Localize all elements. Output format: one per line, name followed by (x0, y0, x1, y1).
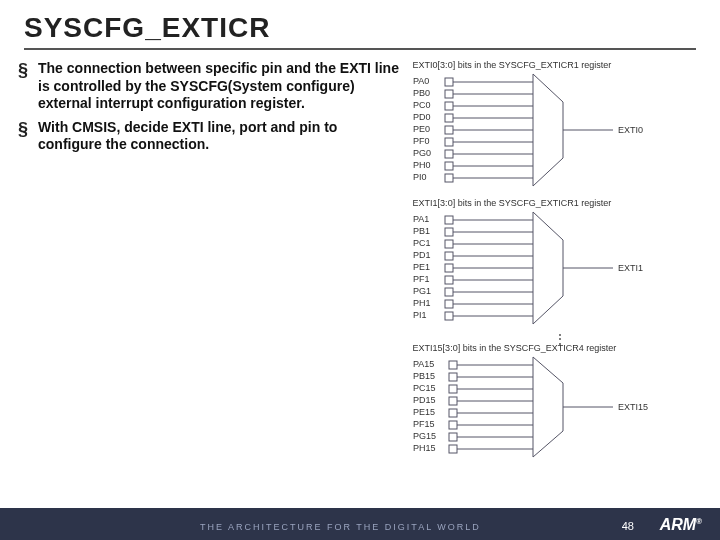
bullet-text: The connection between specific pin and … (38, 60, 405, 113)
bullet-icon: § (18, 119, 28, 154)
pin-label: PG15 (413, 431, 436, 441)
pin-label: PG1 (413, 286, 431, 296)
svg-rect-14 (445, 162, 453, 170)
mux-diagram-0: PA0 PB0 PC0 PD0 PE0 PF0 PG0 (413, 72, 673, 190)
diagram-block-0: EXTI0[3:0] bits in the SYSCFG_EXTICR1 re… (413, 60, 710, 190)
svg-rect-12 (445, 150, 453, 158)
left-column: § The connection between specific pin an… (18, 60, 413, 469)
svg-rect-34 (445, 300, 453, 308)
right-column: EXTI0[3:0] bits in the SYSCFG_EXTICR1 re… (413, 60, 710, 469)
svg-rect-42 (449, 373, 457, 381)
pin-label: PE15 (413, 407, 435, 417)
pin-label: PE1 (413, 262, 430, 272)
pin-label: PF1 (413, 274, 430, 284)
bullet-text: With CMSIS, decide EXTI line, port and p… (38, 119, 405, 154)
svg-rect-26 (445, 252, 453, 260)
pin-label: PI1 (413, 310, 427, 320)
svg-rect-4 (445, 102, 453, 110)
mux-diagram-2: PA15 PB15 PC15 PD15 PE15 PF15 PG15 (413, 355, 673, 461)
title-rule (24, 48, 696, 50)
pin-label: PD0 (413, 112, 431, 122)
mux-diagram-1: PA1 PB1 PC1 PD1 PE1 PF1 PG1 (413, 210, 673, 328)
output-label: EXTI1 (618, 263, 643, 273)
svg-rect-32 (445, 288, 453, 296)
output-label: EXTI15 (618, 402, 648, 412)
svg-marker-38 (533, 212, 563, 324)
page-number: 48 (622, 520, 634, 532)
pin-label: PA0 (413, 76, 429, 86)
bullet-item: § The connection between specific pin an… (18, 60, 405, 113)
svg-rect-46 (449, 397, 457, 405)
svg-rect-40 (449, 361, 457, 369)
page-title: SYSCFG_EXTICR (24, 12, 696, 44)
pin-label: PD1 (413, 250, 431, 260)
svg-rect-48 (449, 409, 457, 417)
svg-marker-56 (533, 357, 563, 457)
content-area: § The connection between specific pin an… (0, 54, 720, 469)
pin-label: PD15 (413, 395, 436, 405)
diagram-caption: EXTI15[3:0] bits in the SYSCFG_EXTICR4 r… (413, 343, 710, 353)
diagram-block-1: EXTI1[3:0] bits in the SYSCFG_EXTICR1 re… (413, 198, 710, 328)
pin-label: PA1 (413, 214, 429, 224)
pin-label: PC1 (413, 238, 431, 248)
pin-label: PB1 (413, 226, 430, 236)
bullet-list: § The connection between specific pin an… (18, 60, 405, 154)
pin-label: PA15 (413, 359, 434, 369)
svg-rect-44 (449, 385, 457, 393)
svg-rect-2 (445, 90, 453, 98)
pin-label: PF0 (413, 136, 430, 146)
svg-rect-24 (445, 240, 453, 248)
pin-label: PB0 (413, 88, 430, 98)
pin-label: PF15 (413, 419, 435, 429)
footer-tagline: THE ARCHITECTURE FOR THE DIGITAL WORLD (200, 522, 481, 532)
pin-label: PI0 (413, 172, 427, 182)
ellipsis-icon: ⋮ (413, 336, 710, 343)
pin-label: PH0 (413, 160, 431, 170)
pin-label: PE0 (413, 124, 430, 134)
pin-label: PB15 (413, 371, 435, 381)
pin-label: PH15 (413, 443, 436, 453)
pin-label: PH1 (413, 298, 431, 308)
svg-rect-50 (449, 421, 457, 429)
svg-rect-0 (445, 78, 453, 86)
footer: ARM University Program Copyright © ARM L… (0, 494, 720, 540)
diagram-caption: EXTI1[3:0] bits in the SYSCFG_EXTICR1 re… (413, 198, 710, 208)
svg-rect-10 (445, 138, 453, 146)
output-label: EXTI0 (618, 125, 643, 135)
svg-rect-22 (445, 228, 453, 236)
svg-rect-28 (445, 264, 453, 272)
svg-rect-6 (445, 114, 453, 122)
diagram-block-2: EXTI15[3:0] bits in the SYSCFG_EXTICR4 r… (413, 343, 710, 461)
svg-rect-16 (445, 174, 453, 182)
arm-logo: ARM® (660, 516, 702, 534)
slide: SYSCFG_EXTICR § The connection between s… (0, 0, 720, 540)
bullet-icon: § (18, 60, 28, 113)
svg-rect-30 (445, 276, 453, 284)
bullet-item: § With CMSIS, decide EXTI line, port and… (18, 119, 405, 154)
svg-rect-8 (445, 126, 453, 134)
svg-rect-36 (445, 312, 453, 320)
svg-rect-54 (449, 445, 457, 453)
title-area: SYSCFG_EXTICR (0, 0, 720, 54)
pin-label: PG0 (413, 148, 431, 158)
diagram-caption: EXTI0[3:0] bits in the SYSCFG_EXTICR1 re… (413, 60, 710, 70)
svg-rect-20 (445, 216, 453, 224)
svg-marker-18 (533, 74, 563, 186)
svg-rect-52 (449, 433, 457, 441)
pin-label: PC0 (413, 100, 431, 110)
pin-label: PC15 (413, 383, 436, 393)
